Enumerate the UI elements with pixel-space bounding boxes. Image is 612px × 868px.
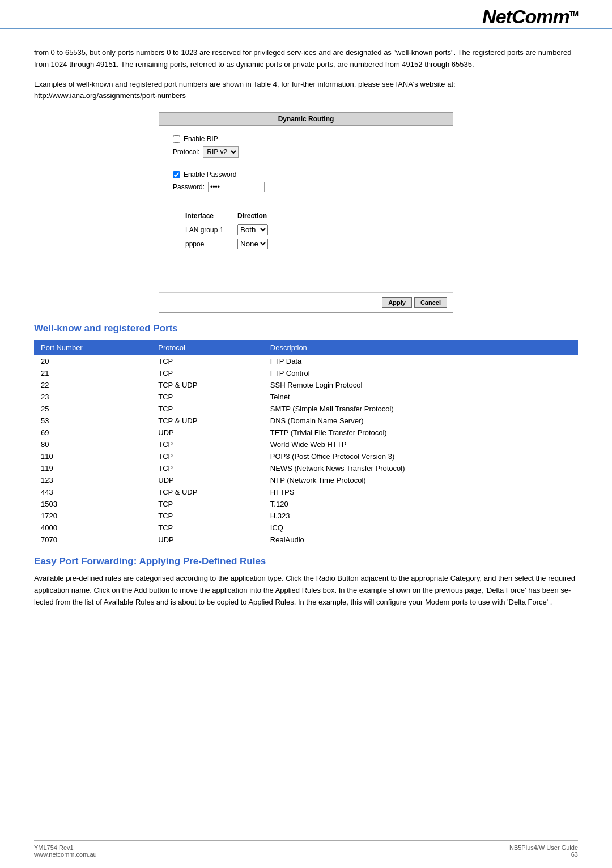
port-number-cell: 21: [34, 367, 151, 379]
table-row: 4000TCPICQ: [34, 522, 578, 534]
port-number-cell: 1503: [34, 498, 151, 510]
table-row: pppoe Both In Out None: [185, 237, 290, 250]
interface-pppoe: pppoe: [185, 237, 236, 250]
enable-password-label: Enable Password: [184, 171, 236, 178]
table-row: 80TCPWorld Wide Web HTTP: [34, 439, 578, 450]
routing-box-title: Dynamic Routing: [159, 113, 453, 126]
table-row: 25TCPSMTP (Simple Mail Transfer Protocol…: [34, 403, 578, 415]
footer-guide-name: NB5Plus4/W User Guide: [509, 844, 578, 851]
protocol-cell: TCP: [151, 355, 264, 367]
interface-direction-table: Interface Direction LAN group 1 Both In …: [184, 211, 291, 252]
footer-page-number: 63: [571, 851, 578, 858]
table-row: 443TCP & UDPHTTPS: [34, 486, 578, 498]
port-number-cell: 1720: [34, 510, 151, 522]
protocol-cell: TCP: [151, 403, 264, 415]
cancel-button[interactable]: Cancel: [414, 297, 447, 308]
ports-table: Port Number Protocol Description 20TCPFT…: [34, 340, 578, 546]
protocol-cell: UDP: [151, 534, 264, 546]
dynamic-routing-box: Dynamic Routing Enable RIP Protocol: RIP…: [159, 112, 453, 313]
enable-password-checkbox[interactable]: [173, 171, 180, 178]
table-row: 119TCPNEWS (Network News Transfer Protoc…: [34, 462, 578, 474]
page-header: NetCommTM: [0, 0, 612, 29]
description-cell: HTTPS: [264, 486, 578, 498]
table-row: 123UDPNTP (Network Time Protocol): [34, 474, 578, 486]
port-number-cell: 7070: [34, 534, 151, 546]
port-number-cell: 53: [34, 415, 151, 427]
enable-rip-label: Enable RIP: [184, 135, 218, 143]
protocol-cell: UDP: [151, 474, 264, 486]
easy-port-section-title: Easy Port Forwarding: Applying Pre-Defin…: [34, 556, 578, 567]
easy-port-text: Available pre-defined rules are categori…: [34, 573, 578, 608]
table-row: 1503TCPT.120: [34, 498, 578, 510]
routing-box-footer: Apply Cancel: [159, 292, 453, 312]
protocol-cell: TCP: [151, 498, 264, 510]
port-number-cell: 123: [34, 474, 151, 486]
page-content: from 0 to 65535, but only ports numbers …: [0, 36, 612, 639]
port-number-cell: 4000: [34, 522, 151, 534]
protocol-cell: TCP: [151, 391, 264, 403]
port-number-cell: 110: [34, 450, 151, 462]
footer-website: www.netcomm.com.au: [34, 851, 97, 858]
port-number-cell: 22: [34, 379, 151, 391]
enable-rip-row: Enable RIP: [173, 135, 439, 143]
table-row: 69UDPTFTP (Trivial File Transfer Protoco…: [34, 427, 578, 439]
enable-rip-checkbox[interactable]: [173, 135, 180, 143]
protocol-cell: TCP & UDP: [151, 486, 264, 498]
protocol-cell: TCP: [151, 522, 264, 534]
port-number-cell: 20: [34, 355, 151, 367]
interface-col-header: Interface: [185, 212, 236, 222]
description-cell: DNS (Domain Name Server): [264, 415, 578, 427]
protocol-cell: TCP: [151, 450, 264, 462]
description-cell: FTP Control: [264, 367, 578, 379]
port-number-cell: 80: [34, 439, 151, 450]
description-cell: SSH Remote Login Protocol: [264, 379, 578, 391]
intro-paragraph-1: from 0 to 65535, but only ports numbers …: [34, 47, 578, 71]
description-cell: FTP Data: [264, 355, 578, 367]
description-cell: World Wide Web HTTP: [264, 439, 578, 450]
port-number-cell: 23: [34, 391, 151, 403]
description-cell: ICQ: [264, 522, 578, 534]
table-row: 7070UDPRealAudio: [34, 534, 578, 546]
footer-right: NB5Plus4/W User Guide 63: [509, 844, 578, 858]
routing-box-body: Enable RIP Protocol: RIP v1 RIP v2 Enabl…: [159, 126, 453, 258]
protocol-col-header: Protocol: [151, 340, 264, 355]
table-row: 22TCP & UDPSSH Remote Login Protocol: [34, 379, 578, 391]
direction-pppoe[interactable]: Both In Out None: [237, 237, 290, 250]
description-cell: SMTP (Simple Mail Transfer Protocol): [264, 403, 578, 415]
table-row: 53TCP & UDPDNS (Domain Name Server): [34, 415, 578, 427]
password-input[interactable]: [208, 182, 265, 192]
logo-tm: TM: [570, 10, 578, 18]
protocol-row: Protocol: RIP v1 RIP v2: [173, 146, 439, 158]
direction-lan[interactable]: Both In Out None: [237, 223, 290, 236]
description-cell: NTP (Network Time Protocol): [264, 474, 578, 486]
protocol-cell: TCP & UDP: [151, 415, 264, 427]
port-number-cell: 69: [34, 427, 151, 439]
port-number-cell: 25: [34, 403, 151, 415]
port-number-cell: 443: [34, 486, 151, 498]
description-col-header: Description: [264, 340, 578, 355]
enable-password-row: Enable Password: [173, 171, 439, 178]
logo-text: NetCommTM: [482, 6, 578, 27]
direction-col-header: Direction: [237, 212, 290, 222]
password-row: Password:: [173, 182, 439, 192]
table-row: LAN group 1 Both In Out None: [185, 223, 290, 236]
description-cell: Telnet: [264, 391, 578, 403]
description-cell: TFTP (Trivial File Transfer Protocol): [264, 427, 578, 439]
description-cell: POP3 (Post Office Protocol Version 3): [264, 450, 578, 462]
protocol-cell: UDP: [151, 427, 264, 439]
interface-lan: LAN group 1: [185, 223, 236, 236]
port-number-col-header: Port Number: [34, 340, 151, 355]
protocol-select[interactable]: RIP v1 RIP v2: [203, 146, 239, 158]
direction-pppoe-select[interactable]: Both In Out None: [237, 239, 268, 249]
table-row: 23TCPTelnet: [34, 391, 578, 403]
description-cell: NEWS (Network News Transfer Protocol): [264, 462, 578, 474]
apply-button[interactable]: Apply: [382, 297, 412, 308]
protocol-cell: TCP: [151, 367, 264, 379]
protocol-cell: TCP: [151, 510, 264, 522]
direction-lan-select[interactable]: Both In Out None: [237, 224, 268, 235]
intro-paragraph-2: Examples of well-known and registered po…: [34, 79, 578, 103]
password-label: Password:: [173, 183, 205, 191]
page-footer: YML754 Rev1 www.netcomm.com.au NB5Plus4/…: [34, 840, 578, 858]
footer-left: YML754 Rev1 www.netcomm.com.au: [34, 844, 97, 858]
protocol-cell: TCP: [151, 462, 264, 474]
